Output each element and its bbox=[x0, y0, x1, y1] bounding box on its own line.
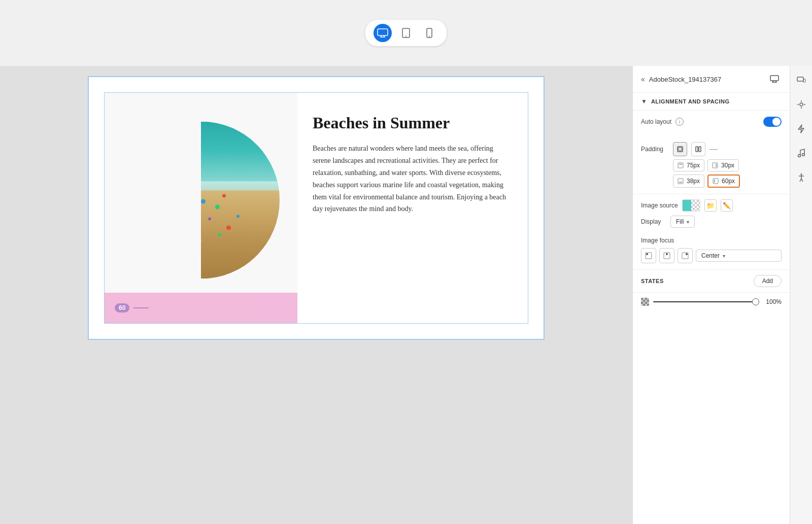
padding-right-value: 30px bbox=[721, 162, 734, 169]
svg-rect-16 bbox=[678, 163, 683, 168]
image-section: 60 bbox=[105, 93, 297, 323]
svg-rect-15 bbox=[699, 147, 701, 152]
focus-chevron-icon: ▾ bbox=[723, 253, 725, 259]
opacity-track[interactable] bbox=[653, 301, 759, 302]
right-panel: « AdobeStock_194137367 ▼ ALIGNMENT AND S… bbox=[632, 66, 790, 524]
focus-top-center-btn[interactable] bbox=[659, 248, 674, 263]
padding-label: Padding bbox=[641, 146, 669, 153]
opacity-checkerboard-icon bbox=[641, 298, 649, 306]
tablet-device-btn[interactable] bbox=[397, 24, 415, 42]
canvas-area: 60 Beaches in Summer Beaches are natural… bbox=[0, 66, 632, 524]
padding-dash: — bbox=[709, 145, 718, 154]
states-section: STATES Add bbox=[633, 269, 790, 292]
svg-rect-21 bbox=[679, 182, 682, 183]
article-title: Beaches in Summer bbox=[313, 113, 513, 132]
display-value: Fill bbox=[676, 218, 684, 225]
focus-top-left-btn[interactable] bbox=[641, 248, 656, 263]
svg-rect-17 bbox=[679, 164, 682, 165]
settings-icon[interactable] bbox=[793, 96, 809, 113]
svg-rect-30 bbox=[797, 77, 803, 81]
auto-layout-toggle[interactable] bbox=[763, 117, 782, 127]
padding-top-field[interactable]: 75px bbox=[673, 159, 704, 171]
padding-top-row: Padding — bbox=[641, 142, 782, 156]
svg-rect-22 bbox=[713, 179, 718, 184]
image-source-edit-btn[interactable]: ✏️ bbox=[721, 199, 733, 212]
add-state-btn[interactable]: Add bbox=[754, 275, 782, 287]
panel-title: AdobeStock_194137367 bbox=[649, 76, 721, 83]
main-area: 60 Beaches in Summer Beaches are natural… bbox=[0, 66, 812, 524]
display-select[interactable]: Fill ▾ bbox=[670, 216, 695, 228]
svg-line-42 bbox=[800, 179, 801, 182]
panel-header: « AdobeStock_194137367 bbox=[633, 66, 790, 93]
svg-rect-20 bbox=[678, 179, 683, 184]
image-source-section: Image source 📁 ✏️ Display Fill ▾ bbox=[633, 194, 790, 233]
text-section: Beaches in Summer Beaches are natural wo… bbox=[297, 93, 528, 323]
padding-right-field[interactable]: 30px bbox=[707, 159, 739, 171]
image-source-thumbnail bbox=[682, 199, 700, 212]
padding-bottom-field[interactable]: 38px bbox=[673, 174, 704, 188]
svg-point-29 bbox=[686, 253, 688, 255]
section-toggle-icon[interactable]: ▼ bbox=[641, 98, 647, 105]
device-switcher bbox=[365, 20, 447, 46]
monitor-panel-icon[interactable] bbox=[767, 72, 782, 86]
focus-top-right-btn[interactable] bbox=[678, 248, 693, 263]
padding-separate-btn[interactable] bbox=[691, 142, 705, 156]
display-label: Display bbox=[641, 218, 666, 225]
back-arrows-icon[interactable]: « bbox=[641, 75, 645, 83]
padding-bottom-value: 38px bbox=[687, 178, 700, 185]
padding-controls: Padding — bbox=[633, 138, 790, 194]
focus-center-select[interactable]: Center ▾ bbox=[696, 250, 782, 262]
display-row: Display Fill ▾ bbox=[641, 216, 782, 228]
padding-top-icon bbox=[678, 162, 684, 168]
alignment-section-header: ▼ ALIGNMENT AND SPACING bbox=[633, 93, 790, 111]
right-toolbar bbox=[790, 66, 812, 524]
top-bar bbox=[0, 0, 812, 66]
padding-bottom-fields: 38px 60px bbox=[673, 174, 782, 188]
svg-point-32 bbox=[800, 103, 803, 106]
accessibility-icon[interactable] bbox=[793, 169, 809, 186]
svg-rect-13 bbox=[679, 148, 682, 151]
mobile-device-btn[interactable] bbox=[420, 24, 438, 42]
auto-layout-label: Auto layout bbox=[641, 118, 671, 125]
svg-point-5 bbox=[405, 36, 407, 37]
padding-left-field[interactable]: 60px bbox=[707, 174, 740, 188]
measurement-line bbox=[133, 307, 149, 308]
canvas-frame: 60 Beaches in Summer Beaches are natural… bbox=[88, 76, 545, 340]
svg-rect-14 bbox=[696, 147, 698, 152]
svg-rect-8 bbox=[770, 76, 779, 81]
auto-layout-info-icon[interactable]: i bbox=[675, 118, 684, 126]
image-source-label: Image source bbox=[641, 202, 678, 209]
opacity-thumb bbox=[752, 298, 759, 305]
image-source-folder-btn[interactable]: 📁 bbox=[704, 199, 717, 212]
padding-bottom-icon bbox=[678, 178, 684, 184]
lightning-icon[interactable] bbox=[793, 121, 809, 137]
svg-rect-18 bbox=[713, 163, 718, 168]
padding-uniform-btn[interactable] bbox=[673, 142, 687, 156]
svg-point-27 bbox=[666, 253, 668, 255]
svg-point-25 bbox=[646, 253, 648, 255]
svg-rect-23 bbox=[714, 180, 715, 183]
svg-point-38 bbox=[802, 154, 804, 156]
responsive-icon[interactable] bbox=[793, 72, 809, 88]
pink-measurement-bar: 60 bbox=[105, 293, 297, 323]
svg-point-37 bbox=[798, 155, 800, 157]
auto-layout-section: Auto layout i bbox=[633, 111, 790, 138]
opacity-value: 100% bbox=[763, 298, 782, 305]
desktop-device-btn[interactable] bbox=[374, 24, 392, 42]
svg-point-39 bbox=[800, 173, 802, 175]
svg-rect-0 bbox=[378, 29, 388, 36]
padding-left-icon bbox=[713, 178, 719, 184]
measurement-badge: 60 bbox=[115, 303, 129, 312]
svg-rect-19 bbox=[716, 164, 717, 167]
music-icon[interactable] bbox=[793, 145, 809, 161]
alignment-section-title: ALIGNMENT AND SPACING bbox=[651, 98, 730, 104]
display-chevron-icon: ▾ bbox=[687, 219, 689, 225]
auto-layout-row: Auto layout i bbox=[641, 117, 782, 127]
svg-point-7 bbox=[429, 36, 430, 37]
padding-top-value: 75px bbox=[687, 162, 700, 169]
states-label: STATES bbox=[641, 278, 664, 284]
article-body: Beaches are natural wonders where land m… bbox=[313, 143, 513, 215]
padding-top-fields: 75px 30px bbox=[673, 159, 782, 171]
padding-left-value: 60px bbox=[722, 178, 735, 185]
panel-title-area: « AdobeStock_194137367 bbox=[641, 75, 721, 83]
